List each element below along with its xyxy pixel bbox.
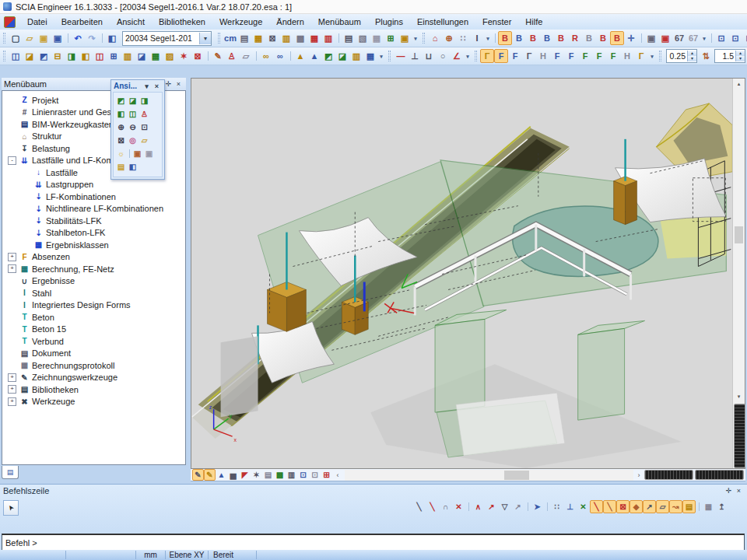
calculator-icon[interactable]: ▦ [370, 31, 384, 45]
tree-item[interactable]: ⇣ Nichtlineare LF-Kombinationen [2, 203, 185, 215]
shell-icon[interactable]: ◧ [79, 49, 93, 63]
tree-item[interactable]: T Beton 15 [2, 324, 185, 336]
toolbar-overflow-icon[interactable]: ▾ [648, 49, 656, 63]
rib-icon[interactable]: ◫ [93, 49, 107, 63]
horizontal-scrollbar[interactable] [345, 470, 633, 481]
cube-3d-icon[interactable]: ◧ [127, 160, 139, 173]
angle-icon[interactable]: ∠ [450, 49, 464, 63]
snap-endpoint-icon[interactable]: ╲ [590, 500, 603, 513]
zoom-out-icon[interactable]: ⊖ [127, 121, 139, 134]
snap-off-icon[interactable]: ✕ [577, 500, 590, 513]
circle-icon[interactable]: ○ [436, 49, 450, 63]
menu-item[interactable]: Datei [20, 16, 54, 28]
save-all-icon[interactable]: ▣ [37, 31, 51, 45]
toolbar-overflow-icon[interactable]: ▾ [377, 49, 385, 63]
corner2-icon[interactable]: ◪ [335, 49, 349, 63]
subsoil-icon[interactable]: ▨ [163, 49, 177, 63]
pin-icon[interactable]: ✛ [724, 487, 734, 495]
status-plane[interactable]: Ebene XY [166, 551, 209, 559]
tree-expander[interactable]: - [8, 156, 16, 165]
wall-icon[interactable]: ◨ [65, 49, 79, 63]
ansicht-panel-title-bar[interactable]: Ansi... ▾ × [111, 80, 164, 92]
move-point-icon[interactable]: ✛ [624, 31, 638, 45]
load-h-icon[interactable]: H [620, 49, 634, 63]
tree-item[interactable]: + ▦ Berechnung, FE-Netz [2, 263, 185, 275]
snap-orthopoint-icon[interactable]: ◆ [630, 500, 643, 513]
force-strain-icon[interactable]: F [606, 49, 620, 63]
mesh-icon[interactable]: ▩ [274, 469, 286, 481]
load-g-icon[interactable]: Γ [634, 49, 648, 63]
render-wire-icon[interactable]: ▣ [143, 147, 155, 160]
scale-arrows-icon[interactable]: ⇅ [699, 49, 713, 63]
scale-spinner[interactable]: 0.25 ▴▾ [666, 49, 697, 63]
home-view-icon[interactable]: ⌂ [428, 31, 442, 45]
snap-curve-icon[interactable]: ↝ [669, 500, 682, 513]
scroll-up-icon[interactable]: ▴ [733, 79, 745, 89]
beam-icon[interactable]: ◪ [23, 49, 37, 63]
walk-icon[interactable]: ♙ [225, 49, 239, 63]
free-force-icon[interactable]: F [508, 49, 522, 63]
zoom-in-icon[interactable]: ⊕ [115, 121, 127, 134]
tent-icon[interactable]: ▲ [293, 49, 307, 63]
tree-item[interactable]: ⇊ Lastgruppen [2, 179, 185, 191]
chevron-down-icon[interactable]: ▾ [142, 82, 152, 90]
snap-direction-icon[interactable]: ↗ [511, 500, 524, 513]
snap-vector-icon[interactable]: ↗ [485, 500, 498, 513]
menu-item[interactable]: Einstellungen [410, 16, 475, 28]
project-settings-icon[interactable]: ▦ [251, 31, 265, 45]
view-point-icon[interactable]: ◫ [127, 107, 139, 121]
snap-raster-icon[interactable]: ▤ [682, 500, 696, 513]
snap-plane-icon[interactable]: ▽ [498, 500, 511, 513]
table-results-icon[interactable]: ▥ [321, 31, 335, 45]
line-grid-snap-icon[interactable]: ↥ [715, 500, 728, 513]
dot-grid-snap-icon[interactable]: ▦ [702, 500, 715, 513]
model-doc-icon[interactable]: ▥ [286, 469, 297, 481]
toolbar-overflow-icon[interactable]: ▾ [412, 31, 419, 45]
chevron-down-icon[interactable]: ▾ [199, 33, 211, 44]
panel-icon[interactable]: ▥ [349, 49, 363, 63]
view-top-icon[interactable]: ◩ [115, 94, 127, 107]
toolbar-overflow-icon[interactable]: ▾ [700, 31, 708, 45]
snap-edge-icon[interactable]: ▱ [656, 500, 669, 513]
rotate-slider[interactable] [644, 470, 693, 480]
spin-up-icon[interactable]: ▴ [736, 51, 745, 56]
layers-icon[interactable]: ▤ [237, 31, 251, 45]
tree-item[interactable]: + ✖ Werkzeuge [2, 396, 185, 408]
combination-icon[interactable]: B [526, 31, 540, 45]
view-side-icon[interactable]: ◨ [139, 94, 150, 107]
ortho-icon[interactable]: ⊥ [563, 500, 577, 513]
snap-arc-icon[interactable]: ∩ [439, 500, 452, 513]
profile-library-icon[interactable]: I [470, 31, 484, 45]
tile-window-icon[interactable]: ⊡ [742, 31, 747, 45]
stability-icon[interactable]: B [554, 31, 568, 45]
units-icon[interactable]: cm [223, 31, 237, 45]
model-3d[interactable]: z y x [191, 79, 733, 468]
menu-item[interactable]: Ansicht [110, 16, 152, 28]
undo-icon[interactable]: ↶ [71, 31, 85, 45]
select-node-icon[interactable]: ▲ [216, 469, 227, 481]
snap-line-icon[interactable]: ╲ [412, 500, 426, 513]
tree-item[interactable]: + ▤ Bibliotheken [2, 383, 185, 396]
open-project-icon[interactable]: ▱ [23, 31, 37, 45]
vertical-scrollbar[interactable]: ▴ ▾ [732, 79, 745, 468]
steel-case-icon[interactable]: B [596, 31, 610, 45]
load-group-icon[interactable]: B [512, 31, 526, 45]
opening-icon[interactable]: ⊞ [107, 49, 121, 63]
scroll-right-icon[interactable]: › [633, 471, 644, 479]
vertical-scroll-thumb[interactable] [735, 226, 743, 243]
menu-item[interactable]: Menübaum [311, 16, 368, 28]
active-case-icon[interactable]: B [610, 31, 624, 45]
force-surface-icon[interactable]: F [578, 49, 592, 63]
hinge-icon[interactable]: ◪ [135, 49, 149, 63]
snap-intersection-icon[interactable]: ⊠ [616, 500, 630, 513]
edit-geometry-icon[interactable]: ✎ [192, 469, 204, 481]
snap-angle-icon[interactable]: ∧ [472, 500, 485, 513]
drag-icon[interactable]: ✎ [211, 49, 225, 63]
tree-item[interactable]: ∪ Ergebnisse [2, 275, 185, 288]
point-grid-icon[interactable]: ∷ [456, 31, 470, 45]
open-view-folder-icon[interactable]: ▱ [139, 134, 150, 147]
lasso-icon[interactable]: ▱ [239, 49, 253, 63]
perpendicular-icon[interactable]: ⊥ [408, 49, 422, 63]
result-class-icon[interactable]: R [568, 31, 582, 45]
results-chart-icon[interactable]: ▅ [227, 469, 239, 481]
